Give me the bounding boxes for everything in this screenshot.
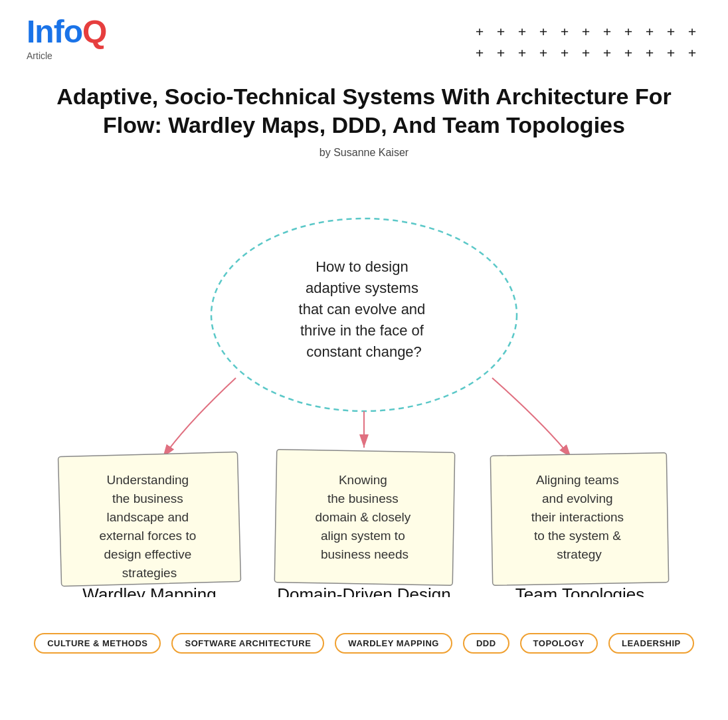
wardley-box: Understanding the business landscape and… xyxy=(58,452,241,586)
plus-icon: + xyxy=(683,44,701,62)
plus-icon: + xyxy=(534,44,553,62)
plus-icon: + xyxy=(598,44,616,62)
plus-icon: + xyxy=(598,23,616,41)
plus-icon: + xyxy=(555,23,574,41)
logo-area: InfoQ Article xyxy=(27,16,106,61)
central-question-text: How to design adaptive systems that can … xyxy=(299,258,430,360)
plus-icon: + xyxy=(577,44,595,62)
tag-leadership[interactable]: LEADERSHIP xyxy=(608,633,694,654)
plus-icon: + xyxy=(683,23,701,41)
article-author: by Susanne Kaiser xyxy=(40,147,688,159)
plus-icon: + xyxy=(640,23,659,41)
plus-icon: + xyxy=(513,44,531,62)
ddd-label: Domain-Driven Design xyxy=(277,585,451,597)
page-header: InfoQ Article + + + + + + + + + + + + + … xyxy=(0,0,728,62)
author-prefix: by xyxy=(319,147,331,158)
title-section: Adaptive, Socio-Technical Systems With A… xyxy=(0,62,728,172)
plus-icon: + xyxy=(513,23,531,41)
diagram-section: How to design adaptive systems that can … xyxy=(0,172,728,620)
concept-diagram: How to design adaptive systems that can … xyxy=(40,185,688,597)
site-logo[interactable]: InfoQ xyxy=(27,16,106,48)
plus-grid-decoration: + + + + + + + + + + + + + + + + + + + + … xyxy=(470,23,701,62)
tag-topology[interactable]: TOPOLOGY xyxy=(520,633,598,654)
ddd-box: Knowing the business domain & closely al… xyxy=(274,450,454,586)
tag-culture-methods[interactable]: CULTURE & METHODS xyxy=(34,633,161,654)
tags-row: CULTURE & METHODS SOFTWARE ARCHITECTURE … xyxy=(0,620,728,674)
team-box: Aligning teams and evolving their intera… xyxy=(490,453,668,586)
plus-icon: + xyxy=(470,44,489,62)
plus-icon: + xyxy=(577,23,595,41)
tag-wardley-mapping[interactable]: WARDLEY MAPPING xyxy=(335,633,452,654)
article-title: Adaptive, Socio-Technical Systems With A… xyxy=(40,82,688,139)
author-name: Susanne Kaiser xyxy=(333,147,409,158)
plus-icon: + xyxy=(534,23,553,41)
wardley-label: Wardley Mapping xyxy=(82,585,216,597)
plus-icon: + xyxy=(662,44,680,62)
arrow-to-wardley xyxy=(163,378,236,458)
plus-icon: + xyxy=(640,44,659,62)
plus-icon: + xyxy=(470,23,489,41)
plus-icon: + xyxy=(662,23,680,41)
plus-icon: + xyxy=(619,23,638,41)
logo-info: Info xyxy=(27,14,82,49)
logo-q: Q xyxy=(82,14,106,49)
tag-ddd[interactable]: DDD xyxy=(463,633,509,654)
arrow-to-team xyxy=(492,378,571,458)
article-label: Article xyxy=(27,50,106,61)
plus-icon: + xyxy=(555,44,574,62)
team-label: Team Topologies xyxy=(515,585,645,597)
plus-icon: + xyxy=(619,44,638,62)
tag-software-architecture[interactable]: SOFTWARE ARCHITECTURE xyxy=(171,633,324,654)
plus-icon: + xyxy=(492,44,510,62)
plus-icon: + xyxy=(492,23,510,41)
